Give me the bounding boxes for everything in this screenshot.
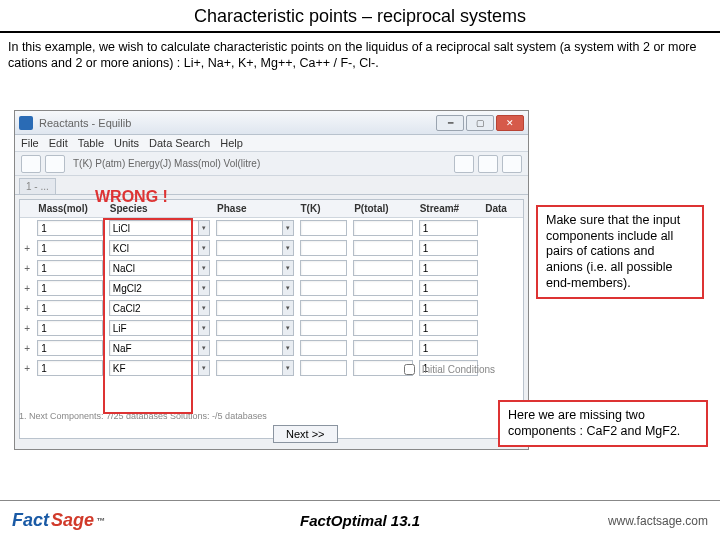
chevron-down-icon[interactable]: ▾ (199, 340, 210, 356)
tabstrip: 1 - ... (15, 176, 528, 195)
tip-box-1: Make sure that the input components incl… (536, 205, 704, 299)
tip-box-2: Here we are missing two components : CaF… (498, 400, 708, 447)
stream-input[interactable] (419, 220, 479, 236)
mass-input[interactable] (37, 320, 103, 336)
tk-input[interactable] (300, 240, 348, 256)
tk-input[interactable] (300, 280, 348, 296)
table-row: +▾▾ (20, 238, 523, 258)
slide-intro: In this example, we wish to calculate ch… (0, 39, 720, 75)
chevron-down-icon[interactable]: ▾ (199, 320, 210, 336)
mass-input[interactable] (37, 280, 103, 296)
plus-sign: + (20, 278, 34, 298)
phase-input[interactable] (216, 240, 283, 256)
initial-conditions-checkbox[interactable] (404, 364, 415, 375)
toolbar-btn-r2[interactable] (478, 155, 498, 173)
menu-edit[interactable]: Edit (49, 137, 68, 149)
table-row: +▾▾ (20, 278, 523, 298)
next-button[interactable]: Next >> (273, 425, 338, 443)
mass-input[interactable] (37, 340, 103, 356)
tk-input[interactable] (300, 260, 348, 276)
chevron-down-icon[interactable]: ▾ (199, 360, 210, 376)
titlebar: Reactants - Equilib ━ ▢ ✕ (15, 111, 528, 135)
col-ptotal: P(total) (350, 200, 416, 218)
toolbar-btn-r3[interactable] (502, 155, 522, 173)
chevron-down-icon[interactable]: ▾ (199, 260, 210, 276)
footer-center: FactOptimal 13.1 (0, 512, 720, 529)
mass-input[interactable] (37, 240, 103, 256)
table-row: +▾▾ (20, 298, 523, 318)
stream-input[interactable] (419, 260, 479, 276)
toolbar: T(K) P(atm) Energy(J) Mass(mol) Vol(litr… (15, 152, 528, 176)
phase-input[interactable] (216, 280, 283, 296)
ptotal-input[interactable] (353, 300, 413, 316)
highlight-species-column (103, 218, 193, 414)
footer: FactSage™ FactOptimal 13.1 www.factsage.… (0, 500, 720, 540)
stream-input[interactable] (419, 340, 479, 356)
ptotal-input[interactable] (353, 220, 413, 236)
menu-table[interactable]: Table (78, 137, 104, 149)
tk-input[interactable] (300, 320, 348, 336)
plus-sign: + (20, 258, 34, 278)
menubar: File Edit Table Units Data Search Help (15, 135, 528, 152)
initial-conditions[interactable]: Initial Conditions (400, 361, 495, 378)
phase-input[interactable] (216, 320, 283, 336)
ptotal-input[interactable] (353, 240, 413, 256)
table-row: +▾▾ (20, 258, 523, 278)
toolbar-btn-r1[interactable] (454, 155, 474, 173)
menu-units[interactable]: Units (114, 137, 139, 149)
plus-sign (20, 218, 34, 239)
app-icon (19, 116, 33, 130)
chevron-down-icon[interactable]: ▾ (283, 280, 293, 296)
ptotal-input[interactable] (353, 320, 413, 336)
phase-input[interactable] (216, 220, 283, 236)
plus-sign: + (20, 358, 34, 378)
menu-data-search[interactable]: Data Search (149, 137, 210, 149)
ptotal-input[interactable] (353, 280, 413, 296)
stream-input[interactable] (419, 280, 479, 296)
chevron-down-icon[interactable]: ▾ (199, 300, 210, 316)
phase-input[interactable] (216, 340, 283, 356)
chevron-down-icon[interactable]: ▾ (283, 320, 293, 336)
chevron-down-icon[interactable]: ▾ (283, 340, 293, 356)
chevron-down-icon[interactable]: ▾ (283, 360, 293, 376)
close-button[interactable]: ✕ (496, 115, 524, 131)
minimize-button[interactable]: ━ (436, 115, 464, 131)
menu-help[interactable]: Help (220, 137, 243, 149)
plus-sign: + (20, 318, 34, 338)
reactants-grid: Mass(mol) Species Phase T(K) P(total) St… (20, 200, 523, 378)
tab-1[interactable]: 1 - ... (19, 178, 56, 194)
plus-sign: + (20, 238, 34, 258)
phase-input[interactable] (216, 360, 283, 376)
mass-input[interactable] (37, 260, 103, 276)
window-title: Reactants - Equilib (39, 117, 131, 129)
ptotal-input[interactable] (353, 340, 413, 356)
stream-input[interactable] (419, 320, 479, 336)
tk-input[interactable] (300, 220, 348, 236)
stream-input[interactable] (419, 240, 479, 256)
maximize-button[interactable]: ▢ (466, 115, 494, 131)
chevron-down-icon[interactable]: ▾ (199, 220, 210, 236)
tk-input[interactable] (300, 300, 348, 316)
phase-input[interactable] (216, 300, 283, 316)
chevron-down-icon[interactable]: ▾ (283, 240, 293, 256)
col-data: Data (481, 200, 523, 218)
phase-input[interactable] (216, 260, 283, 276)
mass-input[interactable] (37, 300, 103, 316)
chevron-down-icon[interactable]: ▾ (199, 240, 210, 256)
ptotal-input[interactable] (353, 260, 413, 276)
toolbar-btn-2[interactable] (45, 155, 65, 173)
stream-input[interactable] (419, 300, 479, 316)
wrong-label: WRONG ! (95, 188, 168, 206)
mass-input[interactable] (37, 360, 103, 376)
chevron-down-icon[interactable]: ▾ (283, 220, 293, 236)
mass-input[interactable] (37, 220, 103, 236)
menu-file[interactable]: File (21, 137, 39, 149)
chevron-down-icon[interactable]: ▾ (199, 280, 210, 296)
toolbar-btn-1[interactable] (21, 155, 41, 173)
toolbar-units-label: T(K) P(atm) Energy(J) Mass(mol) Vol(litr… (73, 158, 260, 169)
tk-input[interactable] (300, 360, 348, 376)
chevron-down-icon[interactable]: ▾ (283, 300, 293, 316)
tk-input[interactable] (300, 340, 348, 356)
table-row: +▾▾ (20, 338, 523, 358)
chevron-down-icon[interactable]: ▾ (283, 260, 293, 276)
